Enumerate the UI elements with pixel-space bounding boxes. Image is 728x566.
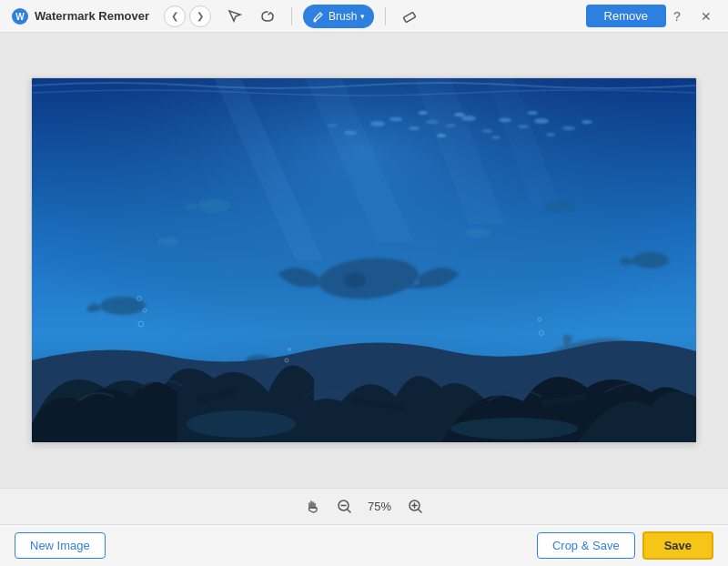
svg-point-39 <box>545 200 574 211</box>
lasso-tool-button[interactable] <box>255 4 280 29</box>
brush-dropdown-icon: ▾ <box>360 12 365 21</box>
right-actions: Crop & Save Save <box>537 531 713 560</box>
crop-save-label: Crop & Save <box>552 539 620 552</box>
window-controls: ? ✕ <box>666 5 717 27</box>
svg-point-18 <box>518 125 529 128</box>
svg-rect-3 <box>404 12 416 22</box>
underwater-image <box>32 78 696 442</box>
new-image-label: New Image <box>30 539 90 552</box>
svg-point-31 <box>344 273 366 288</box>
svg-point-20 <box>344 131 357 136</box>
svg-point-24 <box>419 111 428 115</box>
svg-point-13 <box>426 120 439 125</box>
selection-tool-button[interactable] <box>222 4 248 29</box>
svg-point-29 <box>546 133 555 136</box>
toolbar-separator <box>291 7 292 25</box>
bottom-bar: New Image Crop & Save Save <box>0 524 728 566</box>
svg-point-11 <box>389 117 402 122</box>
title-bar: W Watermark Remover ❮ ❯ <box>0 0 728 33</box>
forward-button[interactable]: ❯ <box>189 5 211 27</box>
nav-controls: ❮ ❯ <box>164 5 211 27</box>
save-button[interactable]: Save <box>642 531 713 560</box>
hand-icon <box>305 499 321 515</box>
svg-point-28 <box>527 111 538 115</box>
svg-point-10 <box>370 121 385 126</box>
close-icon: ✕ <box>701 9 712 24</box>
svg-point-15 <box>461 116 476 121</box>
svg-point-12 <box>409 126 420 130</box>
svg-point-40 <box>187 410 296 438</box>
brush-label: Brush <box>329 10 357 23</box>
lasso-icon <box>259 8 276 25</box>
close-button[interactable]: ✕ <box>695 5 717 27</box>
help-button[interactable]: ? <box>666 5 688 27</box>
main-canvas-area <box>0 33 728 488</box>
zoom-out-button[interactable] <box>332 495 356 519</box>
remove-label: Remove <box>604 9 648 23</box>
svg-point-27 <box>491 136 500 139</box>
selection-icon <box>227 8 243 25</box>
svg-point-21 <box>327 124 338 127</box>
svg-point-38 <box>465 228 490 238</box>
svg-point-25 <box>437 134 446 137</box>
app-logo: W Watermark Remover <box>11 7 149 25</box>
svg-point-26 <box>454 113 465 116</box>
svg-point-34 <box>197 198 230 213</box>
toolbar-tools: Brush ▾ Remove <box>222 4 666 29</box>
svg-point-23 <box>581 120 592 124</box>
zoom-out-icon <box>337 499 352 514</box>
svg-point-36 <box>157 238 179 247</box>
hand-tool-button[interactable] <box>301 495 325 519</box>
toolbar-separator-2 <box>385 7 386 25</box>
remove-button[interactable]: Remove <box>586 5 666 27</box>
svg-point-14 <box>445 124 456 127</box>
new-image-button[interactable]: New Image <box>15 532 106 559</box>
save-label: Save <box>664 539 692 552</box>
svg-point-35 <box>632 252 669 268</box>
forward-icon: ❯ <box>197 11 204 21</box>
zoom-in-button[interactable] <box>403 495 427 519</box>
app-icon: W <box>11 7 29 25</box>
zoom-in-icon <box>408 499 423 514</box>
svg-text:W: W <box>15 12 25 22</box>
back-icon: ❮ <box>171 11 178 21</box>
svg-point-17 <box>499 118 511 123</box>
svg-point-41 <box>450 418 578 440</box>
svg-point-19 <box>534 118 549 124</box>
zoom-level: 75% <box>363 500 396 513</box>
svg-point-22 <box>562 126 575 131</box>
svg-point-2 <box>313 19 316 22</box>
eraser-icon <box>401 8 418 25</box>
crop-save-button[interactable]: Crop & Save <box>537 532 635 559</box>
help-icon: ? <box>673 9 681 24</box>
app-title: Watermark Remover <box>35 9 149 23</box>
eraser-tool-button[interactable] <box>397 4 422 29</box>
back-button[interactable]: ❮ <box>164 5 186 27</box>
svg-point-16 <box>481 129 492 133</box>
brush-icon <box>312 10 325 23</box>
image-canvas[interactable] <box>31 77 697 443</box>
svg-point-33 <box>100 297 146 315</box>
zoom-bar: 75% <box>0 488 728 524</box>
brush-tool-button[interactable]: Brush ▾ <box>303 5 374 28</box>
